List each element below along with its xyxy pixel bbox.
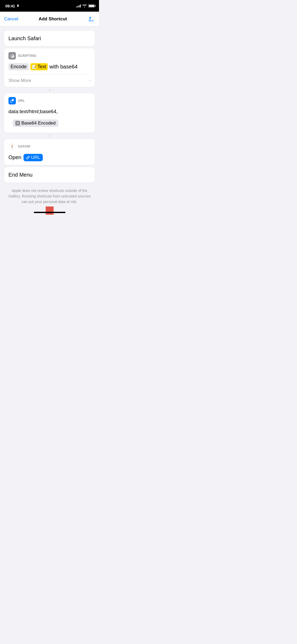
safari-section-label: SAFARI [18, 145, 30, 148]
status-time: 09:41 [5, 4, 15, 8]
show-more-row[interactable]: Show More › [4, 74, 95, 87]
end-menu-label: End Menu [8, 172, 32, 178]
encode-action-row: Encode 📝 Text with base64 [4, 62, 95, 74]
home-indicator [34, 212, 65, 213]
base64-label: Base64 Encoded [21, 121, 56, 126]
url-token[interactable]: URL [23, 154, 43, 161]
link-icon [10, 99, 14, 103]
scripting-icon [8, 52, 16, 59]
show-more-label: Show More [8, 78, 31, 83]
chevron-right-icon: › [89, 78, 91, 83]
launch-safari-card: Launch Safari [4, 31, 95, 46]
url-card: URL data:text/html;base64, ⚙ Base64 Enco… [4, 93, 95, 133]
launch-safari-label: Launch Safari [8, 35, 41, 41]
base64-token-container: ⚙ Base64 Encoded [4, 119, 95, 133]
signal-icon [76, 4, 81, 7]
scripting-label: SCRIPTING [18, 54, 36, 58]
svg-marker-5 [42, 206, 58, 215]
connector-line-1 [49, 89, 50, 91]
status-icons [76, 4, 95, 7]
share-icon [88, 16, 94, 22]
nav-bar: Cancel Add Shortcut [0, 12, 99, 26]
link-small-icon [26, 156, 30, 159]
connector-line-2 [49, 135, 50, 137]
status-bar: 09:41 [0, 0, 99, 12]
base64-encoded-token[interactable]: ⚙ Base64 Encoded [13, 119, 58, 127]
open-label: Open [8, 154, 21, 160]
location-icon [17, 4, 19, 8]
safari-header: SAFARI [4, 139, 95, 153]
with-base64-text: with base64 [49, 64, 78, 70]
encode-label: Encode [11, 64, 27, 70]
text-token-label: Text [37, 64, 46, 70]
url-section-label: URL [18, 99, 25, 103]
open-url-row: Open URL [4, 153, 95, 165]
encode-token[interactable]: Encode [8, 63, 29, 70]
battery-icon [88, 4, 95, 7]
url-header: URL [4, 93, 95, 107]
scripting-card: SCRIPTING Encode 📝 Text with base64 Show… [4, 48, 95, 87]
url-icon [8, 97, 16, 104]
scroll-area: Launch Safari SCRIPTING Encode 📝 Text wi… [0, 26, 99, 215]
down-arrow-icon [39, 205, 60, 215]
scripting-header: SCRIPTING [4, 48, 95, 62]
end-menu-card: End Menu [4, 167, 95, 183]
wifi-icon [82, 4, 87, 7]
warning-message: Apple does not review shortcuts outside … [8, 188, 91, 204]
url-token-label: URL [31, 155, 40, 160]
arrow-container [0, 208, 99, 215]
share-button[interactable] [87, 15, 95, 23]
safari-compass-icon [9, 143, 16, 150]
gear-icon [10, 53, 15, 58]
gear-small-icon: ⚙ [15, 121, 20, 126]
cancel-button[interactable]: Cancel [4, 16, 18, 22]
safari-icon-bg [8, 143, 16, 150]
page-title: Add Shortcut [39, 16, 67, 22]
text-token[interactable]: 📝 Text [30, 63, 48, 70]
warning-text: Apple does not review shortcuts outside … [0, 185, 99, 208]
url-value: data:text/html;base64, [4, 107, 95, 119]
safari-card: SAFARI Open URL [4, 139, 95, 165]
